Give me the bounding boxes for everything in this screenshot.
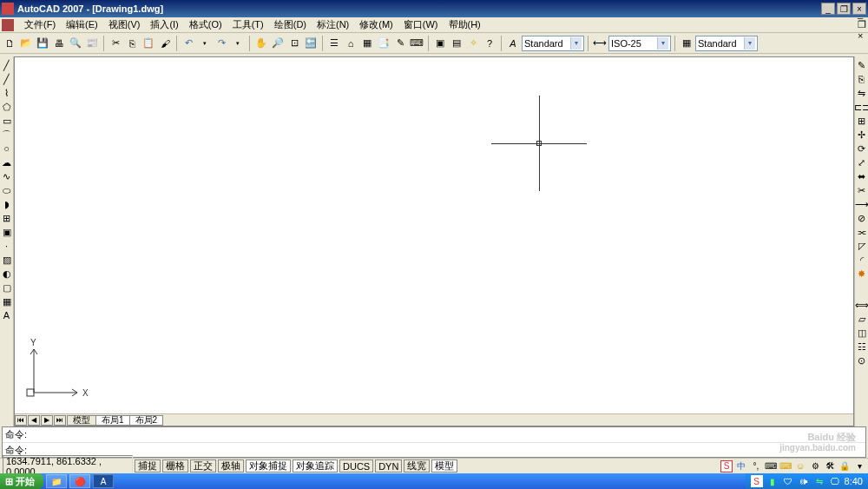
mirror-icon[interactable]: ⇋ — [855, 86, 869, 100]
table-style-icon[interactable]: ▦ — [679, 36, 694, 51]
redo-icon[interactable]: ↷ — [214, 36, 229, 51]
region-mass-icon[interactable]: ◫ — [855, 326, 869, 340]
move-icon[interactable]: ✢ — [855, 128, 869, 142]
polygon-icon[interactable]: ⬠ — [0, 100, 14, 114]
publish-icon[interactable]: 📰 — [84, 36, 100, 51]
explode-icon[interactable]: ✸ — [855, 267, 869, 281]
help-icon[interactable]: ? — [482, 36, 497, 51]
offset-icon[interactable]: ⊏⊐ — [855, 100, 869, 114]
preview-icon[interactable]: 🔍 — [68, 36, 83, 51]
menu-edit[interactable]: 编辑(E) — [61, 17, 103, 32]
circle-icon[interactable]: ○ — [0, 142, 14, 155]
doc-minimize-button[interactable]: _ — [858, 9, 866, 19]
text-style-icon[interactable]: A — [505, 36, 521, 51]
toggle-osnap[interactable]: 对象捕捉 — [246, 459, 291, 472]
distance-icon[interactable]: ⟺ — [855, 298, 869, 312]
toggle-snap[interactable]: 捕捉 — [135, 459, 161, 472]
systray-net-icon[interactable]: ▮ — [766, 475, 779, 487]
array-icon[interactable]: ⊞ — [855, 114, 869, 128]
menu-format[interactable]: 格式(O) — [184, 17, 227, 32]
menu-window[interactable]: 窗口(W) — [398, 17, 444, 32]
revcloud-icon[interactable]: ☁ — [0, 155, 14, 169]
open-icon[interactable]: 📂 — [18, 36, 34, 51]
rotate-icon[interactable]: ⟳ — [855, 142, 869, 155]
stretch-icon[interactable]: ⬌ — [855, 169, 869, 183]
block-editor-icon[interactable]: ▣ — [432, 36, 448, 51]
clock[interactable]: 8:40 — [845, 476, 863, 486]
menu-modify[interactable]: 修改(M) — [354, 17, 398, 32]
rectangle-icon[interactable]: ▭ — [0, 114, 14, 128]
paste-icon[interactable]: 📋 — [141, 36, 156, 51]
id-point-icon[interactable]: ⊙ — [855, 354, 869, 367]
toggle-model[interactable]: 模型 — [431, 459, 457, 472]
area-icon[interactable]: ▱ — [855, 312, 869, 326]
line-icon[interactable]: ╱ — [0, 58, 14, 72]
save-icon[interactable]: 💾 — [35, 36, 50, 51]
toggle-ducs[interactable]: DUCS — [339, 459, 373, 472]
menu-tools[interactable]: 工具(T) — [227, 17, 269, 32]
dashboard-icon[interactable]: ▤ — [449, 36, 464, 51]
document-icon[interactable] — [2, 19, 14, 31]
systray-sogou-icon[interactable]: S — [751, 475, 763, 487]
redo-dropdown-icon[interactable]: ▾ — [230, 36, 246, 51]
systray-shield-icon[interactable]: 🛡 — [782, 475, 794, 487]
dim-style-combo[interactable]: ISO-25 ▾ — [608, 36, 671, 51]
tray-face-icon[interactable]: ☺ — [794, 460, 806, 472]
tray-gear-icon[interactable]: ⚙ — [809, 460, 821, 472]
toggle-lwt[interactable]: 线宽 — [404, 459, 430, 472]
trim-icon[interactable]: ✂ — [855, 183, 869, 197]
join-icon[interactable]: ⫘ — [855, 225, 869, 239]
tray-lock-icon[interactable]: 🔒 — [838, 460, 851, 472]
taskbar-item-explorer[interactable]: 📁 — [46, 474, 67, 488]
designcenter-icon[interactable]: ⌂ — [343, 36, 358, 51]
menu-view[interactable]: 视图(V) — [103, 17, 146, 32]
undo-dropdown-icon[interactable]: ▾ — [197, 36, 213, 51]
toggle-dyn[interactable]: DYN — [375, 459, 402, 472]
quickcalc-icon[interactable]: ⌨ — [409, 36, 424, 51]
restore-button[interactable]: ❐ — [837, 3, 851, 15]
polyline-icon[interactable]: ⌇ — [0, 86, 14, 100]
mtext-icon[interactable]: A — [0, 308, 14, 322]
insert-block-icon[interactable]: ⊞ — [0, 211, 14, 225]
toggle-otrack[interactable]: 对象追踪 — [293, 459, 338, 472]
doc-close-button[interactable]: × — [858, 30, 866, 41]
systray-usb-icon[interactable]: ⇋ — [813, 475, 825, 487]
table-icon[interactable]: ▦ — [0, 294, 14, 308]
spline-icon[interactable]: ∿ — [0, 169, 14, 183]
taskbar-item-app2[interactable]: 🔴 — [69, 474, 90, 488]
menu-insert[interactable]: 插入(I) — [145, 17, 183, 32]
systray-volume-icon[interactable]: 🕪 — [798, 475, 810, 487]
tab-next-icon[interactable]: ▶ — [41, 415, 53, 426]
tray-ime-cn-icon[interactable]: 中 — [735, 460, 747, 472]
menu-file[interactable]: 文件(F) — [19, 17, 61, 32]
tab-layout1[interactable]: 布局1 — [95, 415, 130, 426]
erase-icon[interactable]: ✎ — [855, 58, 869, 72]
tray-softkb-icon[interactable]: ⌨ — [765, 460, 777, 472]
copy-obj-icon[interactable]: ⎘ — [855, 72, 869, 86]
drawing-canvas[interactable]: X Y ⏮ ◀ ▶ ⏭ 模型 布局1 布局2 — [14, 56, 854, 426]
xline-icon[interactable]: ╱ — [0, 72, 14, 86]
tab-prev-icon[interactable]: ◀ — [28, 415, 40, 426]
tab-first-icon[interactable]: ⏮ — [15, 415, 27, 426]
taskbar-item-autocad[interactable]: A — [93, 474, 114, 488]
make-block-icon[interactable]: ▣ — [0, 225, 14, 239]
pan-icon[interactable]: ✋ — [253, 36, 269, 51]
chamfer-icon[interactable]: ◸ — [855, 239, 869, 253]
zoom-window-icon[interactable]: ⊡ — [286, 36, 302, 51]
toggle-polar[interactable]: 极轴 — [218, 459, 244, 472]
tab-layout2[interactable]: 布局2 — [129, 415, 164, 426]
new-icon[interactable]: 🗋 — [2, 36, 17, 51]
systray-monitor-icon[interactable]: 🖵 — [829, 475, 841, 487]
menu-draw[interactable]: 绘图(D) — [269, 17, 312, 32]
plot-icon[interactable]: 🖶 — [51, 36, 67, 51]
list-icon[interactable]: ☷ — [855, 340, 869, 354]
clean-icon[interactable]: ✧ — [465, 36, 481, 51]
tray-wrench-icon[interactable]: 🛠 — [824, 460, 836, 472]
arc-icon[interactable]: ⌒ — [0, 128, 14, 142]
zoom-realtime-icon[interactable]: 🔎 — [270, 36, 286, 51]
fillet-icon[interactable]: ◜ — [855, 253, 869, 267]
region-icon[interactable]: ▢ — [0, 281, 14, 294]
toggle-ortho[interactable]: 正交 — [190, 459, 216, 472]
copy-icon[interactable]: ⎘ — [124, 36, 140, 51]
extend-icon[interactable]: ⟶ — [855, 197, 869, 211]
